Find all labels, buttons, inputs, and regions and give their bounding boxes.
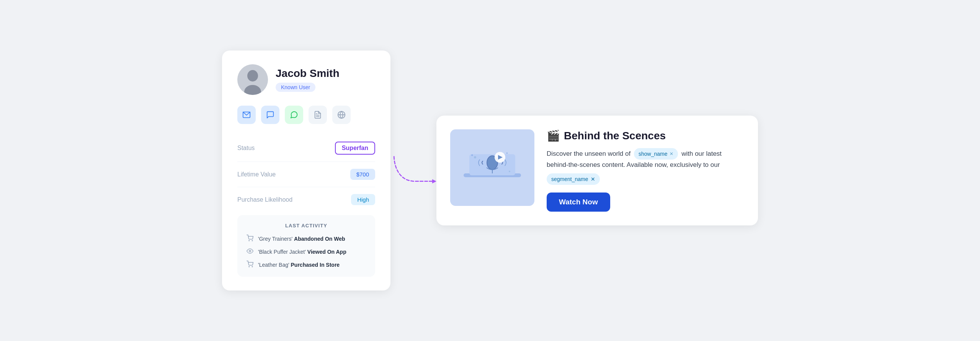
globe-button[interactable] bbox=[332, 106, 351, 124]
svg-point-1 bbox=[247, 70, 258, 82]
svg-marker-13 bbox=[432, 179, 436, 183]
content-info: 🎬 Behind the Scences Discover the unseen… bbox=[547, 129, 744, 212]
content-image: ✦ ✦ bbox=[450, 129, 534, 206]
content-description: Discover the unseen world of show_name ✕… bbox=[547, 148, 744, 185]
user-name: Jacob Smith bbox=[276, 67, 339, 80]
activity-text-2: 'Black Puffer Jacket' Viewed On App bbox=[258, 249, 346, 255]
activity-item-3: 'Leather Bag' Purchased In Store bbox=[247, 261, 366, 269]
user-info: Jacob Smith Known User bbox=[276, 67, 339, 92]
purchase-likelihood-value: High bbox=[351, 194, 375, 205]
status-label: Status bbox=[237, 145, 255, 152]
description-before: Discover the unseen world of bbox=[547, 150, 630, 157]
arrow-container bbox=[390, 132, 436, 209]
whatsapp-button[interactable] bbox=[285, 106, 303, 124]
user-card: Jacob Smith Known User bbox=[222, 51, 390, 290]
cart-icon-2 bbox=[247, 261, 253, 269]
email-button[interactable] bbox=[237, 106, 256, 124]
segment-name-close-icon[interactable]: ✕ bbox=[591, 175, 595, 183]
chat-button[interactable] bbox=[261, 106, 279, 124]
activity-text-3: 'Leather Bag' Purchased In Store bbox=[258, 262, 340, 268]
status-row: Status Superfan bbox=[237, 135, 375, 162]
status-value: Superfan bbox=[335, 142, 375, 155]
svg-point-12 bbox=[252, 266, 253, 267]
avatar bbox=[237, 64, 268, 95]
last-activity-section: LAST ACTIVITY 'Grey Trainers' Abandoned … bbox=[237, 215, 375, 277]
attributes-section: Status Superfan Lifetime Value $700 Purc… bbox=[237, 135, 375, 212]
show-name-close-icon[interactable]: ✕ bbox=[670, 150, 673, 158]
svg-point-9 bbox=[252, 240, 253, 241]
podcast-illustration: ✦ ✦ bbox=[456, 135, 529, 200]
user-header: Jacob Smith Known User bbox=[237, 64, 375, 95]
lifetime-value-value: $700 bbox=[350, 169, 375, 180]
dashed-arrow-svg bbox=[390, 140, 436, 201]
svg-point-11 bbox=[249, 266, 250, 267]
scene-container: Jacob Smith Known User bbox=[222, 51, 758, 290]
svg-point-21 bbox=[509, 171, 510, 172]
svg-point-8 bbox=[249, 240, 250, 241]
action-icons-row bbox=[237, 106, 375, 124]
lifetime-value-row: Lifetime Value $700 bbox=[237, 162, 375, 187]
show-name-tag-text: show_name bbox=[639, 150, 668, 158]
activity-item-1: 'Grey Trainers' Abandoned On Web bbox=[247, 235, 366, 243]
segment-name-tag[interactable]: segment_name ✕ bbox=[547, 173, 600, 185]
eye-icon bbox=[247, 248, 253, 256]
svg-point-10 bbox=[249, 250, 251, 252]
purchase-likelihood-row: Purchase Likelihood High bbox=[237, 187, 375, 212]
lifetime-value-label: Lifetime Value bbox=[237, 171, 276, 178]
segment-name-tag-text: segment_name bbox=[551, 175, 588, 183]
activity-text-1: 'Grey Trainers' Abandoned On Web bbox=[258, 236, 345, 242]
svg-text:✦: ✦ bbox=[506, 152, 508, 155]
show-name-tag[interactable]: show_name ✕ bbox=[634, 148, 678, 160]
content-title-text: Behind the Scences bbox=[564, 130, 666, 142]
watch-now-button[interactable]: Watch Now bbox=[547, 193, 610, 212]
content-card: ✦ ✦ 🎬 Behind the Scences Discover the un… bbox=[436, 116, 758, 225]
purchase-likelihood-label: Purchase Likelihood bbox=[237, 196, 292, 203]
content-title: 🎬 Behind the Scences bbox=[547, 129, 744, 142]
cart-icon-1 bbox=[247, 235, 253, 243]
activity-item-2: 'Black Puffer Jacket' Viewed On App bbox=[247, 248, 366, 256]
movie-camera-icon: 🎬 bbox=[547, 129, 560, 142]
notes-button[interactable] bbox=[309, 106, 327, 124]
svg-point-20 bbox=[474, 156, 476, 158]
svg-text:✦: ✦ bbox=[470, 153, 474, 157]
last-activity-title: LAST ACTIVITY bbox=[247, 223, 366, 228]
known-user-badge: Known User bbox=[276, 83, 315, 92]
